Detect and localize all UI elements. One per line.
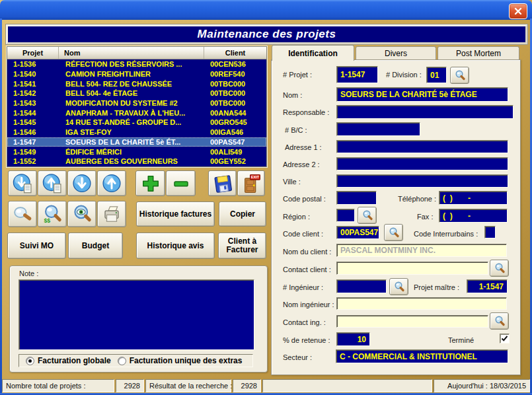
column-header-projet[interactable]: Projet [7, 47, 59, 59]
radio-circle-icon [26, 357, 34, 365]
note-textarea[interactable] [19, 279, 254, 350]
projet-field[interactable]: 1-1547 [336, 66, 378, 83]
close-button[interactable] [509, 3, 527, 19]
table-row[interactable]: 1-1546IGA STE-FOY00IGA546 [7, 127, 266, 137]
exit-button[interactable]: EXIT [237, 170, 265, 196]
table-cell: 00PAS547 [204, 138, 266, 146]
division-lookup-button[interactable] [450, 67, 469, 84]
fax-field[interactable]: ( ) - [439, 209, 508, 223]
division-field[interactable]: 01 [426, 67, 447, 83]
floppy-save-icon [210, 171, 234, 195]
ingenieur-field[interactable] [336, 279, 387, 293]
table-row[interactable]: 1-154514 RUE ST-ANDRÉ - GROUPE D...00GRO… [7, 118, 266, 127]
region-field[interactable] [336, 209, 355, 222]
secteur-dropdown[interactable]: C - COMMERCIAL & INSTITUTIONEL [336, 349, 508, 363]
nom-ingenieur-field[interactable] [336, 297, 507, 310]
column-header-client[interactable]: Client [204, 47, 266, 59]
nom-du-client-label: Nom du client : [283, 248, 331, 256]
code-client-lookup-button[interactable] [384, 224, 403, 241]
identification-form: # Projet : 1-1547 # Division : 01 Nom : … [271, 59, 521, 375]
radio-facturation-extras[interactable]: Facturation unique des extras [118, 356, 243, 365]
form-title-band: Maintenance des projets [6, 24, 527, 44]
code-postal-label: Code postal : [283, 195, 326, 203]
search-amount-button[interactable]: $$ [38, 201, 67, 227]
adresse2-field[interactable] [336, 157, 508, 170]
nav-down-page-button[interactable] [8, 170, 37, 196]
search-button[interactable] [8, 201, 37, 227]
table-cell: MODIFICATION DU SYSTEME #2 [59, 99, 204, 107]
table-row[interactable]: 1-1549ÉDIFICE MÉRICI00ALI549 [7, 147, 266, 157]
budget-button[interactable]: Budget [68, 233, 123, 259]
table-cell: 1-1549 [7, 148, 59, 156]
contact-ing-field[interactable] [336, 315, 488, 328]
printer-icon [101, 204, 122, 224]
table-cell: 1-1536 [7, 60, 59, 68]
bc-field[interactable] [336, 122, 420, 136]
table-cell: 1-1540 [7, 70, 59, 78]
historique-factures-button[interactable]: Historique factures [136, 201, 215, 227]
table-cell: IGA STE-FOY [59, 128, 204, 136]
table-cell: AUBERGE DES GOUVERNEURS [59, 157, 204, 165]
bc-label: # B/C : [285, 126, 307, 134]
telephone-field[interactable]: ( ) - [439, 191, 508, 205]
nom-field[interactable]: SOEURS DE LA CHARITÉ 5è ÉTAGE [336, 87, 508, 102]
historique-avis-button[interactable]: Historique avis [136, 233, 215, 259]
print-button[interactable] [97, 201, 126, 227]
tab-divers[interactable]: Divers [356, 46, 436, 60]
client-a-facturer-button[interactable]: Client à Facturer [218, 233, 266, 259]
table-row[interactable]: 1-1541BELL 504- REZ DE CHAUSSÉE00TBC000 [7, 79, 266, 89]
code-client-field[interactable]: 00PAS547 [336, 226, 379, 239]
region-lookup-button[interactable] [358, 207, 377, 224]
code-postal-field[interactable] [336, 191, 377, 205]
table-cell: 00GRO545 [204, 118, 266, 126]
contact-client-field[interactable] [336, 262, 488, 275]
nav-up-page-button[interactable] [38, 170, 67, 196]
table-row[interactable]: 1-1542BELL 504- 4e ÉTAGE00TBC000 [7, 89, 266, 98]
note-label: Note : [19, 269, 38, 277]
adresse1-field[interactable] [336, 140, 508, 153]
table-row[interactable]: 1-1536RÉFECTION DES RÉSERVOIRS ...00CEN5… [7, 59, 266, 69]
status-date: Aujourd'hui : 18/03/2015 [434, 379, 530, 392]
contact-ing-lookup-button[interactable] [490, 312, 509, 330]
ville-field[interactable] [336, 174, 508, 188]
table-row[interactable]: 1-1543MODIFICATION DU SYSTEME #200TBC000 [7, 98, 266, 108]
division-label: # Division : [386, 71, 422, 79]
table-row[interactable]: 1-1544ANAPHRAM - TRAVAUX À L'HEU...00ANA… [7, 108, 266, 118]
adresse1-label: Adresse 1 : [285, 143, 322, 151]
facturation-radio-group: Facturation globale Facturation unique d… [19, 354, 253, 367]
ingenieur-lookup-button[interactable] [389, 278, 408, 295]
secteur-label: Secteur : [283, 353, 312, 361]
add-record-button[interactable] [135, 170, 165, 196]
status-result-value: 2928 [233, 379, 261, 392]
copier-button[interactable]: Copier [219, 201, 266, 227]
table-cell: ÉDIFICE MÉRICI [59, 148, 204, 156]
preview-button[interactable] [67, 201, 96, 227]
responsable-dropdown[interactable] [336, 105, 513, 119]
table-cell: 1-1547 [7, 138, 59, 146]
nav-down-button[interactable] [67, 170, 96, 196]
tab-identification[interactable]: Identification [272, 45, 354, 61]
radio-facturation-globale[interactable]: Facturation globale [26, 356, 111, 365]
termine-checkbox[interactable] [500, 334, 510, 343]
column-header-nom[interactable]: Nom [59, 47, 204, 59]
contact-client-lookup-button[interactable] [490, 260, 509, 277]
nav-up-button[interactable] [97, 170, 126, 196]
tab-post-mortem[interactable]: Post Mortem [437, 46, 519, 60]
nom-du-client-field[interactable]: PASCAL MONTMINY INC. [336, 244, 507, 257]
table-cell: CAMION FREIGHTLINER [59, 70, 204, 78]
table-row[interactable]: 1-1547SOEURS DE LA CHARITÉ 5è ÉT...00PAS… [7, 137, 266, 147]
save-button[interactable] [208, 170, 237, 196]
ville-label: Ville : [283, 178, 301, 186]
suivi-mo-button[interactable]: Suivi MO [7, 233, 66, 259]
retenue-field[interactable]: 10 [336, 332, 370, 346]
retenue-label: % de retenue : [283, 336, 330, 344]
minus-icon [171, 174, 191, 194]
table-row[interactable]: 1-1552AUBERGE DES GOUVERNEURS00GEY552 [7, 157, 266, 166]
table-row[interactable]: 1-1540CAMION FREIGHTLINER00REF540 [7, 69, 266, 79]
projet-maitre-field[interactable]: 1-1547 [467, 279, 508, 293]
delete-record-button[interactable] [166, 170, 196, 196]
table-cell: 1-1541 [7, 80, 59, 88]
lookup-magnifier-icon [361, 209, 373, 221]
code-interurbains-field[interactable] [484, 226, 496, 238]
table-cell: 00TBC000 [204, 99, 266, 107]
